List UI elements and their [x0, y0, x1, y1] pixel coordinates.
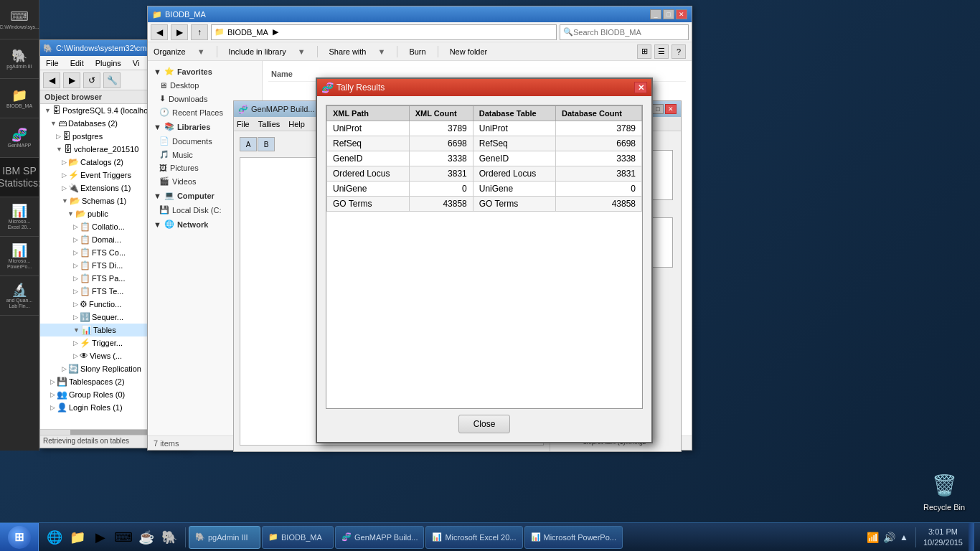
view-btn-2[interactable]: ☰: [654, 44, 669, 59]
tree-toggle-trig[interactable]: ▷: [73, 339, 78, 347]
toolbar-properties-btn[interactable]: 🔧: [103, 72, 121, 88]
col-b[interactable]: B: [258, 137, 275, 151]
toolbar-back-btn[interactable]: ◀: [43, 72, 60, 88]
taskbar-item-biodb[interactable]: 📁 BIODB_MA: [262, 526, 334, 549]
tally-db-table-1: RefSeq: [473, 136, 555, 151]
app-bar-item-lab[interactable]: 🔬 and Quan... Lab Fin...: [0, 276, 39, 316]
tally-row-1[interactable]: RefSeq6698RefSeq6698: [327, 136, 642, 151]
tree-toggle-vcholera[interactable]: ▼: [56, 146, 62, 153]
file-exp-minimize[interactable]: _: [650, 9, 661, 19]
nav-up-btn[interactable]: ↑: [191, 24, 208, 40]
file-exp-maximize[interactable]: □: [663, 9, 674, 19]
tree-toggle-postgres[interactable]: ▷: [56, 133, 61, 140]
genmapp-menu-help[interactable]: Help: [288, 120, 305, 128]
tree-toggle-event[interactable]: ▷: [62, 171, 67, 179]
genmapp-menu-tallies[interactable]: Tallies: [258, 120, 281, 128]
genmapp-menu-file[interactable]: File: [237, 120, 250, 128]
sidebar-desktop[interactable]: 🖥 Desktop: [148, 79, 262, 92]
app-bar-item-2[interactable]: 🐘 pgAdmin III: [0, 39, 39, 79]
tally-row-4[interactable]: UniGene0UniGene0: [327, 182, 642, 197]
app-bar-item-1[interactable]: ⌨ C:\Windows\sys...: [0, 0, 39, 39]
tree-toggle-loginroles[interactable]: ▷: [50, 404, 55, 411]
tally-dialog-close-btn[interactable]: ✕: [634, 82, 647, 93]
tree-toggle-catalogs[interactable]: ▷: [62, 159, 67, 166]
search-bar[interactable]: 🔍: [560, 24, 689, 40]
tree-toggle-seq[interactable]: ▷: [73, 314, 78, 321]
app-bar-item-ppt[interactable]: 📊 Microso...PowerPo...: [0, 237, 39, 276]
taskbar-item-genmapp[interactable]: 🧬 GenMAPP Build...: [335, 526, 424, 549]
menu-edit[interactable]: Edit: [67, 57, 87, 69]
tree-toggle-fts-par[interactable]: ▷: [73, 275, 78, 282]
tree-toggle-schemas[interactable]: ▼: [62, 197, 68, 204]
start-button[interactable]: ⊞: [0, 523, 39, 552]
tally-row-0[interactable]: UniProt3789UniProt3789: [327, 121, 642, 136]
tally-row-3[interactable]: Ordered Locus3831Ordered Locus3831: [327, 166, 642, 182]
toolbar-burn[interactable]: Burn: [409, 47, 425, 56]
taskbar-item-pgadmin[interactable]: 🐘 pgAdmin III: [189, 526, 260, 549]
nav-back-btn[interactable]: ◀: [151, 24, 168, 40]
menu-plugins[interactable]: Plugins: [93, 57, 124, 69]
quick-ie-icon[interactable]: 🌐: [44, 527, 65, 547]
file-exp-close[interactable]: ✕: [676, 9, 687, 19]
toolbar-share[interactable]: Share with: [329, 47, 367, 56]
toolbar-organize[interactable]: Organize: [154, 47, 186, 56]
tree-toggle-dom[interactable]: ▷: [73, 236, 78, 243]
address-bar[interactable]: 📁 BIODB_MA ▶: [211, 24, 557, 40]
tree-toggle-fts-conf[interactable]: ▷: [73, 249, 78, 256]
genmapp-close[interactable]: ✕: [665, 104, 677, 114]
app-bar-item-ibm[interactable]: IBM SP Statistics:: [0, 158, 39, 197]
app-bar-item-3[interactable]: 📁 BIODB_MA: [0, 79, 39, 118]
desktop-icon-recycle[interactable]: 🗑️ Recycle Bin: [919, 468, 969, 515]
tree-toggle-server[interactable]: ▼: [44, 107, 51, 114]
taskbar-clock[interactable]: 3:01 PM 10/29/2015: [923, 527, 963, 547]
quick-java-icon[interactable]: ☕: [136, 527, 156, 547]
tree-toggle-views[interactable]: ▷: [73, 352, 78, 359]
search-input[interactable]: [573, 28, 674, 37]
start-orb[interactable]: ⊞: [8, 526, 31, 549]
tray-volume-icon[interactable]: 🔊: [883, 532, 895, 543]
toolbar-new-folder[interactable]: New folder: [450, 47, 488, 56]
file-item-biodb[interactable]: 📂: [268, 88, 271, 90]
col-a[interactable]: A: [240, 137, 257, 151]
quick-pgadmin-icon[interactable]: 🐘: [159, 527, 179, 547]
help-btn[interactable]: ?: [672, 44, 686, 59]
view-btn-1[interactable]: ⊞: [637, 44, 651, 59]
tally-row-5[interactable]: GO Terms43858GO Terms43858: [327, 197, 642, 212]
toolbar-refresh-btn[interactable]: ↺: [83, 72, 100, 88]
app-bar-item-excel[interactable]: 📊 Microso...Excel 20...: [0, 197, 39, 237]
tray-arrow-icon[interactable]: ▲: [900, 532, 908, 542]
taskbar-item-ppt[interactable]: 📊 Microsoft PowerPo...: [524, 526, 623, 549]
tally-close-button[interactable]: Close: [458, 415, 511, 433]
server-label: PostgreSQL 9.4 (localhost:: [62, 106, 156, 115]
sidebar-favorites-header[interactable]: ▼ ⭐ Favorites: [148, 64, 262, 79]
tree-toggle-grproles[interactable]: ▷: [50, 391, 55, 398]
app-bar-item-4[interactable]: 🧬 GenMAPP: [0, 118, 39, 158]
scrollbar-thumb[interactable]: [70, 430, 160, 435]
menu-file[interactable]: File: [43, 57, 62, 69]
tally-row-2[interactable]: GeneID3338GeneID3338: [327, 151, 642, 166]
taskbar-item-excel[interactable]: 📊 Microsoft Excel 20...: [425, 526, 522, 549]
tree-toggle-databases[interactable]: ▼: [50, 120, 57, 127]
tree-toggle-tblsp[interactable]: ▷: [50, 378, 55, 385]
menu-vi[interactable]: Vi: [130, 57, 143, 69]
genmapp-restore[interactable]: □: [652, 104, 664, 114]
quick-cmd-icon[interactable]: ⌨: [113, 527, 133, 547]
quick-media-icon[interactable]: ▶: [90, 527, 110, 547]
views-label: Views (...: [90, 352, 122, 360]
tray-network-icon[interactable]: 📶: [867, 532, 879, 543]
tally-title-icon: 🧬: [321, 82, 334, 93]
quick-folder-icon[interactable]: 📁: [67, 527, 88, 547]
tree-toggle-func[interactable]: ▷: [73, 301, 78, 308]
tree-toggle-fts-dict[interactable]: ▷: [73, 262, 78, 269]
tree-toggle-fts-tmpl[interactable]: ▷: [73, 288, 78, 295]
tree-toggle-coll[interactable]: ▷: [73, 223, 78, 230]
toolbar-include[interactable]: Include in library: [229, 47, 286, 56]
sidebar-recent-label: Recent Places: [172, 108, 223, 117]
show-desktop-btn[interactable]: [969, 523, 974, 552]
tree-toggle-tables[interactable]: ▼: [73, 326, 80, 334]
nav-forward-btn[interactable]: ▶: [171, 24, 188, 40]
tree-toggle-public[interactable]: ▼: [67, 210, 74, 217]
tree-toggle-slony[interactable]: ▷: [62, 365, 67, 372]
tree-toggle-ext[interactable]: ▷: [62, 184, 67, 192]
toolbar-forward-btn[interactable]: ▶: [63, 72, 80, 88]
